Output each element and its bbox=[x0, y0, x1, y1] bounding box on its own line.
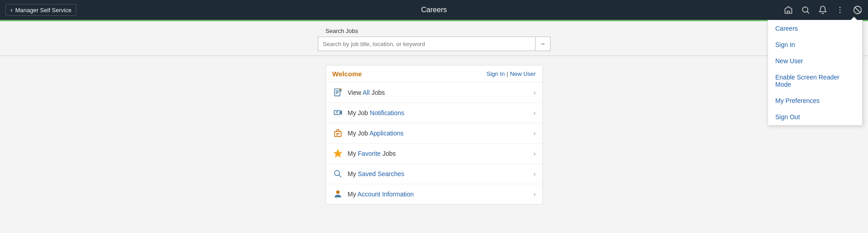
more-icon bbox=[835, 5, 844, 14]
welcome-header: Welcome Sign In | New User bbox=[326, 65, 542, 83]
job-notifications-label: My Job Notifications bbox=[348, 109, 404, 116]
account-info-label: My Account Information bbox=[348, 191, 414, 198]
search-submit-button[interactable]: → bbox=[535, 37, 550, 51]
svg-rect-10 bbox=[334, 111, 340, 115]
search-input[interactable] bbox=[318, 37, 535, 51]
block-icon-button[interactable] bbox=[853, 5, 863, 15]
favorite-jobs-chevron: › bbox=[534, 150, 536, 157]
new-user-link[interactable]: New User bbox=[510, 70, 536, 77]
menu-item-job-applications[interactable]: My Job Applications › bbox=[326, 123, 542, 144]
menu-item-job-notifications[interactable]: My Job Notifications › bbox=[326, 103, 542, 123]
job-notifications-chevron: › bbox=[534, 109, 536, 116]
dropdown-menu: Careers Sign In New User Enable Screen R… bbox=[768, 20, 863, 126]
favorite-jobs-label: My Favorite Jobs bbox=[348, 150, 396, 157]
more-menu-button[interactable] bbox=[835, 5, 844, 14]
dropdown-item-screen-reader[interactable]: Enable Screen Reader Mode bbox=[768, 69, 862, 93]
dropdown-item-new-user[interactable]: New User bbox=[768, 53, 862, 69]
view-all-jobs-label: View All Jobs bbox=[348, 89, 385, 96]
svg-point-4 bbox=[840, 12, 841, 14]
nav-icon-group bbox=[784, 5, 863, 15]
search-icon-button[interactable] bbox=[801, 5, 810, 14]
dropdown-item-preferences[interactable]: My Preferences bbox=[768, 93, 862, 109]
bell-icon-button[interactable] bbox=[818, 5, 827, 14]
job-applications-icon bbox=[332, 128, 343, 139]
dropdown-item-sign-out[interactable]: Sign Out bbox=[768, 109, 862, 125]
svg-text:★: ★ bbox=[340, 89, 342, 91]
svg-line-1 bbox=[807, 12, 809, 14]
saved-searches-icon bbox=[332, 168, 343, 179]
svg-point-0 bbox=[802, 7, 808, 12]
svg-point-2 bbox=[840, 7, 841, 8]
menu-item-account-info[interactable]: My Account Information › bbox=[326, 184, 542, 204]
main-content: Welcome Sign In | New User ★ View All Jo bbox=[0, 56, 868, 205]
svg-line-14 bbox=[339, 175, 341, 177]
job-notifications-icon bbox=[332, 107, 343, 118]
saved-searches-chevron: › bbox=[534, 170, 536, 177]
saved-searches-label: My Saved Searches bbox=[348, 170, 404, 177]
home-icon bbox=[784, 5, 793, 14]
job-applications-chevron: › bbox=[534, 130, 536, 137]
bell-icon bbox=[818, 5, 827, 14]
svg-point-3 bbox=[840, 9, 841, 11]
menu-item-saved-searches[interactable]: My Saved Searches › bbox=[326, 164, 542, 184]
back-arrow-icon: ‹ bbox=[10, 6, 13, 14]
svg-marker-12 bbox=[333, 149, 342, 157]
back-button-label: Manager Self Service bbox=[15, 7, 71, 14]
sign-in-link[interactable]: Sign In bbox=[487, 70, 505, 77]
search-icon bbox=[801, 5, 810, 14]
home-icon-button[interactable] bbox=[784, 5, 793, 14]
menu-item-view-all-jobs[interactable]: ★ View All Jobs › bbox=[326, 83, 542, 103]
svg-point-15 bbox=[336, 191, 339, 194]
welcome-links: Sign In | New User bbox=[487, 70, 536, 77]
dropdown-notch bbox=[850, 17, 858, 20]
search-arrow-icon: → bbox=[540, 40, 546, 47]
search-label: Search Jobs bbox=[326, 28, 358, 34]
top-nav-bar: ‹ Manager Self Service Careers bbox=[0, 0, 868, 20]
dropdown-item-sign-in[interactable]: Sign In bbox=[768, 37, 862, 53]
back-button[interactable]: ‹ Manager Self Service bbox=[5, 4, 76, 16]
page-title: Careers bbox=[421, 6, 447, 14]
account-info-icon bbox=[332, 189, 343, 200]
favorite-jobs-icon bbox=[332, 148, 343, 159]
search-row: → bbox=[318, 37, 550, 51]
menu-item-favorite-jobs[interactable]: My Favorite Jobs › bbox=[326, 144, 542, 164]
job-applications-label: My Job Applications bbox=[348, 130, 404, 137]
welcome-card: Welcome Sign In | New User ★ View All Jo bbox=[326, 65, 543, 205]
search-area: Search Jobs → bbox=[0, 21, 868, 56]
view-all-jobs-icon: ★ bbox=[332, 87, 343, 98]
dropdown-item-careers[interactable]: Careers bbox=[768, 20, 862, 37]
account-info-chevron: › bbox=[534, 191, 536, 198]
welcome-title: Welcome bbox=[332, 70, 362, 78]
svg-line-6 bbox=[855, 7, 861, 13]
view-all-jobs-chevron: › bbox=[534, 89, 536, 96]
link-separator: | bbox=[507, 70, 508, 77]
svg-rect-11 bbox=[334, 131, 341, 136]
svg-point-13 bbox=[334, 171, 339, 176]
block-icon bbox=[853, 5, 863, 15]
